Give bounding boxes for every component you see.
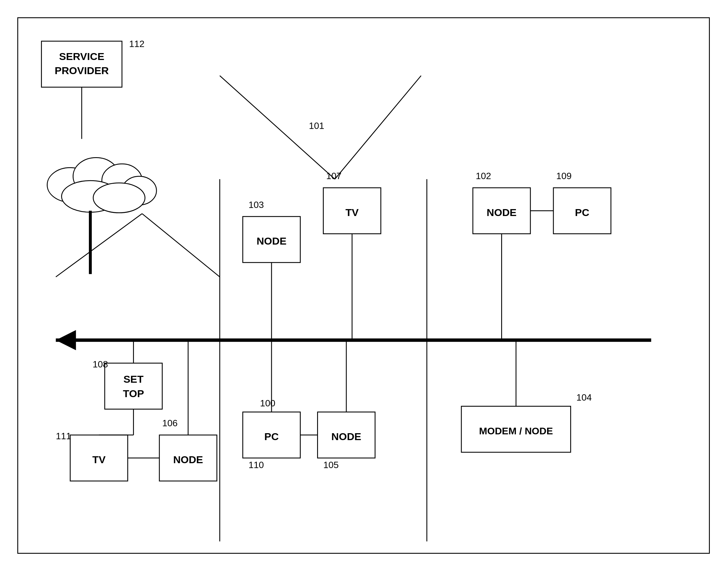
svg-marker-3: [56, 330, 76, 350]
svg-text:NODE: NODE: [487, 207, 517, 218]
svg-rect-45: [243, 412, 300, 458]
svg-text:107: 107: [326, 171, 341, 181]
svg-rect-48: [318, 412, 375, 458]
svg-text:TV: TV: [92, 454, 106, 465]
svg-rect-37: [243, 217, 300, 263]
svg-line-19: [220, 76, 335, 179]
svg-point-12: [122, 176, 157, 205]
svg-point-11: [102, 164, 142, 197]
svg-text:TOP: TOP: [123, 388, 144, 399]
svg-rect-55: [473, 188, 530, 234]
svg-text:MODEM / NODE: MODEM / NODE: [479, 425, 553, 436]
svg-text:110: 110: [248, 460, 264, 470]
svg-text:PC: PC: [264, 431, 279, 442]
svg-text:109: 109: [556, 171, 572, 181]
svg-text:PC: PC: [575, 207, 589, 218]
svg-text:SET: SET: [123, 373, 144, 385]
svg-text:102: 102: [476, 171, 491, 181]
svg-line-17: [56, 214, 142, 277]
svg-point-13: [61, 181, 119, 212]
svg-rect-29: [159, 435, 217, 481]
svg-point-9: [47, 168, 93, 202]
svg-text:112: 112: [129, 39, 145, 49]
svg-text:TV: TV: [345, 207, 359, 218]
diagram-container: SERVICE PROVIDER 112 101: [17, 17, 710, 554]
svg-text:SERVICE: SERVICE: [59, 51, 104, 62]
svg-rect-41: [323, 188, 381, 234]
svg-rect-22: [105, 363, 162, 409]
svg-text:NODE: NODE: [331, 431, 361, 442]
svg-text:PROVIDER: PROVIDER: [55, 65, 108, 76]
svg-line-20: [335, 76, 421, 179]
svg-rect-26: [70, 435, 128, 481]
svg-text:NODE: NODE: [173, 454, 203, 465]
svg-text:NODE: NODE: [257, 235, 287, 247]
svg-text:111: 111: [56, 431, 71, 441]
svg-point-10: [73, 158, 119, 195]
svg-rect-58: [553, 188, 611, 234]
svg-text:105: 105: [323, 460, 338, 470]
svg-text:103: 103: [248, 200, 264, 210]
svg-text:100: 100: [260, 398, 275, 408]
svg-text:108: 108: [93, 359, 108, 369]
svg-line-18: [142, 214, 220, 277]
svg-text:101: 101: [309, 121, 324, 131]
svg-point-14: [93, 183, 145, 213]
svg-rect-63: [461, 406, 571, 452]
svg-text:106: 106: [162, 418, 177, 428]
diagram-svg: SERVICE PROVIDER 112 101: [18, 18, 709, 553]
svg-rect-4: [42, 41, 122, 87]
svg-text:104: 104: [577, 392, 592, 403]
